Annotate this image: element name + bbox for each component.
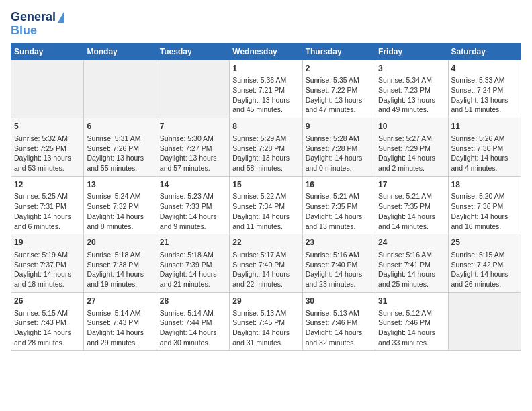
- daylight-text: Daylight: 14 hours and 31 minutes.: [232, 328, 299, 347]
- daylight-text: Daylight: 14 hours and 32 minutes.: [306, 328, 372, 347]
- day-number: 23: [306, 237, 372, 248]
- day-number: 15: [232, 179, 299, 191]
- day-number: 9: [306, 121, 372, 132]
- sunrise-text: Sunrise: 5:15 AM: [451, 250, 518, 260]
- sunset-text: Sunset: 7:40 PM: [232, 260, 299, 270]
- sunset-text: Sunset: 7:40 PM: [306, 260, 372, 270]
- sunrise-text: Sunrise: 5:14 AM: [87, 308, 153, 318]
- weekday-header-thursday: Thursday: [302, 43, 375, 60]
- day-cell: 26Sunrise: 5:15 AMSunset: 7:43 PMDayligh…: [11, 292, 84, 351]
- day-cell: 30Sunrise: 5:13 AMSunset: 7:46 PMDayligh…: [302, 292, 375, 351]
- day-cell-content: 15Sunrise: 5:22 AMSunset: 7:34 PMDayligh…: [232, 179, 299, 232]
- day-number: 24: [378, 237, 445, 248]
- calendar-week-row: 1Sunrise: 5:36 AMSunset: 7:21 PMDaylight…: [11, 60, 521, 118]
- sunrise-text: Sunrise: 5:21 AM: [306, 191, 372, 201]
- day-number: 8: [232, 121, 299, 132]
- day-cell: 23Sunrise: 5:16 AMSunset: 7:40 PMDayligh…: [302, 234, 375, 293]
- daylight-text: Daylight: 13 hours and 53 minutes.: [14, 153, 81, 173]
- daylight-text: Daylight: 14 hours and 4 minutes.: [451, 153, 518, 173]
- weekday-header-tuesday: Tuesday: [157, 43, 229, 60]
- daylight-text: Daylight: 13 hours and 57 minutes.: [160, 153, 226, 173]
- sunrise-text: Sunrise: 5:32 AM: [14, 134, 81, 144]
- day-cell: 1Sunrise: 5:36 AMSunset: 7:21 PMDaylight…: [230, 60, 302, 118]
- daylight-text: Daylight: 14 hours and 6 minutes.: [14, 212, 81, 231]
- calendar-week-row: 19Sunrise: 5:19 AMSunset: 7:37 PMDayligh…: [11, 234, 521, 293]
- day-number: 26: [14, 295, 81, 307]
- sunrise-text: Sunrise: 5:21 AM: [378, 191, 445, 201]
- empty-cell: [448, 292, 521, 351]
- day-cell-content: 24Sunrise: 5:16 AMSunset: 7:41 PMDayligh…: [378, 237, 445, 289]
- sunrise-text: Sunrise: 5:14 AM: [160, 308, 226, 318]
- sunrise-text: Sunrise: 5:13 AM: [306, 308, 372, 318]
- day-cell-content: 19Sunrise: 5:19 AMSunset: 7:37 PMDayligh…: [14, 237, 81, 289]
- day-cell-content: 6Sunrise: 5:31 AMSunset: 7:26 PMDaylight…: [87, 121, 153, 173]
- day-cell: 27Sunrise: 5:14 AMSunset: 7:43 PMDayligh…: [84, 292, 157, 351]
- sunrise-text: Sunrise: 5:29 AM: [232, 134, 299, 144]
- daylight-text: Daylight: 14 hours and 13 minutes.: [306, 212, 372, 231]
- weekday-header-sunday: Sunday: [11, 43, 84, 60]
- day-cell: 29Sunrise: 5:13 AMSunset: 7:45 PMDayligh…: [230, 292, 302, 351]
- sunset-text: Sunset: 7:43 PM: [14, 318, 81, 328]
- sunrise-text: Sunrise: 5:30 AM: [160, 134, 226, 144]
- daylight-text: Daylight: 13 hours and 58 minutes.: [232, 153, 299, 173]
- daylight-text: Daylight: 14 hours and 25 minutes.: [378, 269, 445, 289]
- sunset-text: Sunset: 7:25 PM: [14, 144, 81, 154]
- day-cell-content: 17Sunrise: 5:21 AMSunset: 7:35 PMDayligh…: [378, 179, 445, 232]
- calendar-table: SundayMondayTuesdayWednesdayThursdayFrid…: [11, 43, 521, 351]
- sunrise-text: Sunrise: 5:36 AM: [232, 75, 299, 85]
- sunset-text: Sunset: 7:34 PM: [232, 201, 299, 212]
- daylight-text: Daylight: 14 hours and 33 minutes.: [378, 328, 445, 347]
- day-cell: 6Sunrise: 5:31 AMSunset: 7:26 PMDaylight…: [84, 118, 157, 177]
- day-cell-content: 1Sunrise: 5:36 AMSunset: 7:21 PMDaylight…: [232, 63, 299, 116]
- sunset-text: Sunset: 7:35 PM: [378, 201, 445, 212]
- weekday-header-monday: Monday: [84, 43, 157, 60]
- day-number: 17: [378, 179, 445, 191]
- day-number: 2: [306, 63, 372, 75]
- day-cell-content: 3Sunrise: 5:34 AMSunset: 7:23 PMDaylight…: [378, 63, 445, 116]
- weekday-header-row: SundayMondayTuesdayWednesdayThursdayFrid…: [11, 43, 521, 60]
- day-cell: 24Sunrise: 5:16 AMSunset: 7:41 PMDayligh…: [375, 234, 448, 293]
- sunrise-text: Sunrise: 5:15 AM: [14, 308, 81, 318]
- day-cell: 28Sunrise: 5:14 AMSunset: 7:44 PMDayligh…: [157, 292, 229, 351]
- day-cell-content: 13Sunrise: 5:24 AMSunset: 7:32 PMDayligh…: [87, 179, 153, 232]
- sunrise-text: Sunrise: 5:35 AM: [306, 75, 372, 85]
- day-cell: 3Sunrise: 5:34 AMSunset: 7:23 PMDaylight…: [375, 60, 448, 118]
- daylight-text: Daylight: 14 hours and 14 minutes.: [378, 212, 445, 231]
- day-cell-content: 20Sunrise: 5:18 AMSunset: 7:38 PMDayligh…: [87, 237, 153, 289]
- day-number: 13: [87, 179, 153, 191]
- daylight-text: Daylight: 14 hours and 21 minutes.: [160, 269, 226, 289]
- daylight-text: Daylight: 14 hours and 19 minutes.: [87, 269, 153, 289]
- day-cell: 4Sunrise: 5:33 AMSunset: 7:24 PMDaylight…: [448, 60, 521, 118]
- day-number: 3: [378, 63, 445, 75]
- day-cell: 13Sunrise: 5:24 AMSunset: 7:32 PMDayligh…: [84, 176, 157, 234]
- day-cell-content: 14Sunrise: 5:23 AMSunset: 7:33 PMDayligh…: [160, 179, 226, 232]
- sunset-text: Sunset: 7:23 PM: [378, 85, 445, 95]
- day-cell: 8Sunrise: 5:29 AMSunset: 7:28 PMDaylight…: [230, 118, 302, 177]
- day-number: 21: [160, 237, 226, 248]
- page-header: General Blue: [11, 11, 521, 38]
- sunset-text: Sunset: 7:41 PM: [378, 260, 445, 270]
- sunset-text: Sunset: 7:46 PM: [306, 318, 372, 328]
- day-number: 12: [14, 179, 81, 191]
- day-cell-content: 5Sunrise: 5:32 AMSunset: 7:25 PMDaylight…: [14, 121, 81, 173]
- day-cell-content: 2Sunrise: 5:35 AMSunset: 7:22 PMDaylight…: [306, 63, 372, 116]
- weekday-header-saturday: Saturday: [448, 43, 521, 60]
- day-cell-content: 23Sunrise: 5:16 AMSunset: 7:40 PMDayligh…: [306, 237, 372, 289]
- sunset-text: Sunset: 7:42 PM: [451, 260, 518, 270]
- day-cell-content: 22Sunrise: 5:17 AMSunset: 7:40 PMDayligh…: [232, 237, 299, 289]
- day-number: 30: [306, 295, 372, 307]
- day-cell: 18Sunrise: 5:20 AMSunset: 7:36 PMDayligh…: [448, 176, 521, 234]
- day-cell-content: 8Sunrise: 5:29 AMSunset: 7:28 PMDaylight…: [232, 121, 299, 173]
- sunrise-text: Sunrise: 5:24 AM: [87, 191, 153, 201]
- day-cell: 31Sunrise: 5:12 AMSunset: 7:46 PMDayligh…: [375, 292, 448, 351]
- day-number: 31: [378, 295, 445, 307]
- day-number: 27: [87, 295, 153, 307]
- weekday-header-wednesday: Wednesday: [230, 43, 302, 60]
- sunset-text: Sunset: 7:28 PM: [306, 144, 372, 154]
- day-cell: 2Sunrise: 5:35 AMSunset: 7:22 PMDaylight…: [302, 60, 375, 118]
- sunrise-text: Sunrise: 5:27 AM: [378, 134, 445, 144]
- day-cell-content: 18Sunrise: 5:20 AMSunset: 7:36 PMDayligh…: [451, 179, 518, 232]
- day-cell-content: 21Sunrise: 5:18 AMSunset: 7:39 PMDayligh…: [160, 237, 226, 289]
- day-cell: 14Sunrise: 5:23 AMSunset: 7:33 PMDayligh…: [157, 176, 229, 234]
- daylight-text: Daylight: 14 hours and 28 minutes.: [14, 328, 81, 347]
